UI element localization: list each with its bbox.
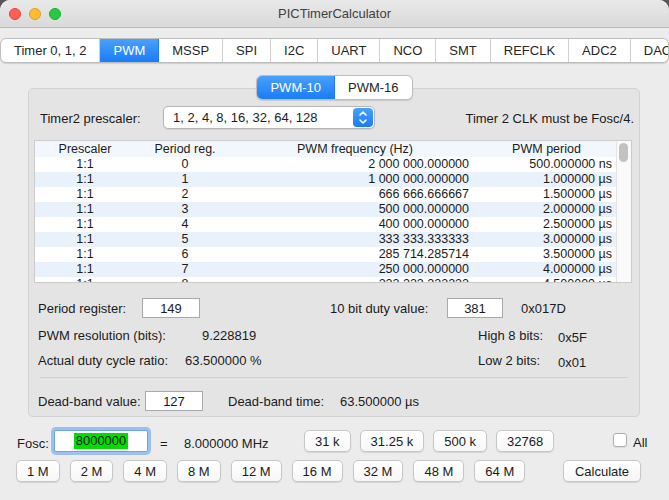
duty-ratio-label: Actual duty cycle ratio:	[38, 353, 168, 368]
freq-12m-button[interactable]: 12 M	[231, 460, 282, 482]
freq-16m-button[interactable]: 16 M	[292, 460, 343, 482]
deadband-value-label: Dead-band value:	[38, 394, 141, 409]
cell-period-reg: 2	[135, 187, 235, 202]
stepper-icon	[353, 108, 373, 127]
zoom-icon[interactable]	[49, 8, 61, 20]
cell-frequency: 250 000.000000	[235, 262, 475, 277]
preset-31-25k-button[interactable]: 31.25 k	[360, 430, 425, 452]
table-row[interactable]: 1:1 7 250 000.000000 4.000000 µs	[35, 262, 618, 277]
table-row[interactable]: 1:1 8 222 222.222222 4.500000 µs	[35, 277, 618, 283]
cell-period-reg: 1	[135, 172, 235, 187]
cell-prescaler: 1:1	[35, 202, 135, 217]
cell-prescaler: 1:1	[35, 262, 135, 277]
tab-timer-0-1-2[interactable]: Timer 0, 1, 2	[1, 39, 100, 62]
cell-period-reg: 0	[135, 157, 235, 172]
table-scrollbar[interactable]	[616, 141, 631, 282]
frequency-buttons: 1 M 2 M 4 M 8 M 12 M 16 M 32 M 48 M 64 M	[16, 460, 525, 482]
tab-pwm-10[interactable]: PWM-10	[257, 76, 335, 99]
tab-refclk[interactable]: REFCLK	[491, 39, 569, 62]
tab-pwm-16[interactable]: PWM-16	[335, 76, 412, 99]
minimize-icon[interactable]	[29, 8, 41, 20]
freq-1m-button[interactable]: 1 M	[16, 460, 60, 482]
timer2-prescaler-select[interactable]: 1, 2, 4, 8, 16, 32, 64, 128	[163, 106, 375, 129]
table-row[interactable]: 1:1 1 1 000 000.000000 1.000000 µs	[35, 172, 618, 187]
header-period-reg: Period reg.	[135, 141, 235, 157]
fosc-input[interactable]: 8000000	[54, 430, 148, 452]
pwm-sub-tab-bar: PWM-10 PWM-16	[0, 75, 669, 100]
table-row[interactable]: 1:1 6 285 714.285714 3.500000 µs	[35, 247, 618, 262]
cell-period: 2.000000 µs	[475, 202, 618, 217]
tab-nco[interactable]: NCO	[380, 39, 436, 62]
cell-period: 500.000000 ns	[475, 157, 618, 172]
cell-period-reg: 6	[135, 247, 235, 262]
cell-frequency: 285 714.285714	[235, 247, 475, 262]
freq-64m-button[interactable]: 64 M	[474, 460, 525, 482]
period-register-label: Period register:	[38, 301, 126, 316]
freq-4m-button[interactable]: 4 M	[123, 460, 167, 482]
header-pwm-period: PWM period	[475, 141, 618, 157]
period-register-input[interactable]	[142, 298, 200, 318]
cell-prescaler: 1:1	[35, 232, 135, 247]
pwm-resolution-value: 9.228819	[202, 328, 256, 343]
tab-i2c[interactable]: I2C	[271, 39, 318, 62]
cell-period-reg: 7	[135, 262, 235, 277]
table-row[interactable]: 1:1 4 400 000.000000 2.500000 µs	[35, 217, 618, 232]
window-title: PICTimerCalculator	[278, 6, 391, 21]
duty-value-input[interactable]	[447, 298, 503, 318]
tab-uart[interactable]: UART	[318, 39, 380, 62]
high-bits-value: 0x5F	[558, 330, 587, 345]
cell-period-reg: 3	[135, 202, 235, 217]
cell-period: 4.500000 µs	[475, 277, 618, 283]
tab-smt[interactable]: SMT	[436, 39, 490, 62]
cell-period: 2.500000 µs	[475, 217, 618, 232]
cell-frequency: 2 000 000.000000	[235, 157, 475, 172]
duty-ratio-value: 63.500000 %	[185, 353, 262, 368]
prescaler-selected-option: 1, 2, 4, 8, 16, 32, 64, 128	[164, 107, 374, 128]
preset-500k-button[interactable]: 500 k	[433, 430, 487, 452]
low-bits-value: 0x01	[558, 355, 586, 370]
fosc-mhz-value: 8.000000 MHz	[184, 436, 269, 451]
freq-48m-button[interactable]: 48 M	[413, 460, 464, 482]
tab-adc2[interactable]: ADC2	[569, 39, 631, 62]
freq-32m-button[interactable]: 32 M	[353, 460, 404, 482]
freq-2m-button[interactable]: 2 M	[70, 460, 114, 482]
deadband-time-label: Dead-band time:	[228, 394, 324, 409]
tab-spi[interactable]: SPI	[223, 39, 271, 62]
tab-dac[interactable]: DAC	[631, 39, 669, 62]
tab-mssp[interactable]: MSSP	[159, 39, 223, 62]
all-checkbox[interactable]	[613, 433, 627, 447]
scrollbar-thumb[interactable]	[619, 143, 628, 162]
calculate-button[interactable]: Calculate	[563, 460, 641, 482]
cell-frequency: 333 333.333333	[235, 232, 475, 247]
freq-8m-button[interactable]: 8 M	[177, 460, 221, 482]
table-row[interactable]: 1:1 2 666 666.666667 1.500000 µs	[35, 187, 618, 202]
table-row[interactable]: 1:1 3 500 000.000000 2.000000 µs	[35, 202, 618, 217]
deadband-value-input[interactable]	[145, 391, 203, 411]
cell-period: 4.000000 µs	[475, 262, 618, 277]
table-row[interactable]: 1:1 0 2 000 000.000000 500.000000 ns	[35, 157, 618, 172]
preset-31k-button[interactable]: 31 k	[304, 430, 351, 452]
cell-frequency: 500 000.000000	[235, 202, 475, 217]
main-tab-bar: Timer 0, 1, 2 PWM MSSP SPI I2C UART NCO …	[0, 38, 669, 63]
header-prescaler: Prescaler	[35, 141, 135, 157]
low-bits-label: Low 2 bits:	[478, 353, 540, 368]
cell-frequency: 222 222.222222	[235, 277, 475, 283]
preset-32768-button[interactable]: 32768	[496, 430, 554, 452]
cell-prescaler: 1:1	[35, 187, 135, 202]
timer2-prescaler-label: Timer2 prescaler:	[40, 111, 141, 126]
close-icon[interactable]	[9, 8, 21, 20]
title-bar: PICTimerCalculator	[0, 0, 669, 28]
cell-period: 3.500000 µs	[475, 247, 618, 262]
cell-prescaler: 1:1	[35, 157, 135, 172]
fosc-label: Fosc:	[17, 436, 49, 451]
table-row[interactable]: 1:1 5 333 333.333333 3.000000 µs	[35, 232, 618, 247]
header-pwm-frequency: PWM frequency (Hz)	[235, 141, 475, 157]
timer2-clk-note: Timer 2 CLK must be Fosc/4.	[465, 111, 634, 126]
pwm-table: Prescaler Period reg. PWM frequency (Hz)…	[34, 140, 632, 283]
pwm-resolution-label: PWM resolution (bits):	[38, 328, 166, 343]
tab-pwm[interactable]: PWM	[100, 39, 159, 62]
cell-period: 1.000000 µs	[475, 172, 618, 187]
fosc-selected-text: 8000000	[74, 433, 129, 449]
cell-frequency: 400 000.000000	[235, 217, 475, 232]
cell-period: 3.000000 µs	[475, 232, 618, 247]
